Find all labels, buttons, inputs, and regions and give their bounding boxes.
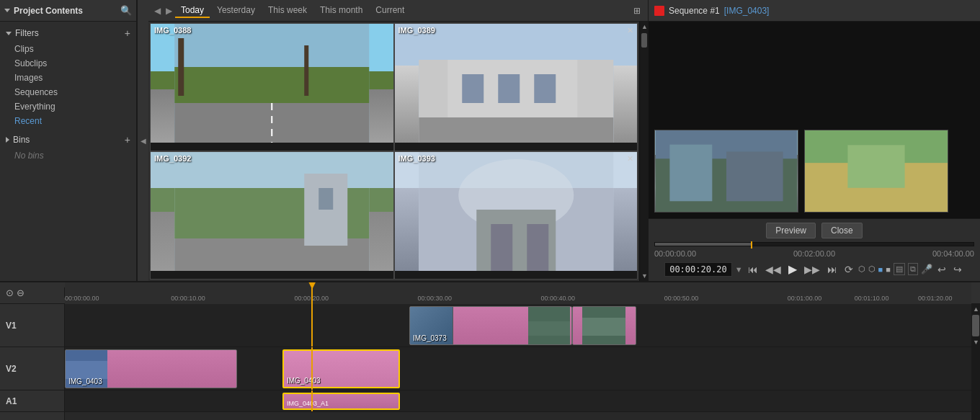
timeline-tool-1[interactable]: ⊙ [6, 287, 14, 298]
step-forward-button[interactable]: ▶▶ [802, 262, 822, 277]
svg-rect-27 [726, 151, 783, 201]
browser-scrollbar[interactable]: ▲ ▼ [639, 22, 648, 281]
clip-v1-small[interactable] [572, 306, 636, 345]
add-filter-button[interactable]: + [125, 27, 130, 39]
svg-rect-17 [318, 188, 333, 210]
filters-label: Filters [15, 28, 39, 38]
thumbnails-grid: IMG_0388 IMG_0389 [148, 22, 639, 281]
collapse-icon [4, 9, 10, 12]
ruler-tick-8: 00:01:20.00 [918, 295, 953, 302]
track-a1-playhead [311, 390, 313, 411]
clip-label-v1-img0373: IMG_0373 [413, 334, 447, 342]
svg-rect-34 [582, 318, 625, 336]
browser-forward-button[interactable]: ▶ [164, 5, 174, 17]
step-back-button[interactable]: ◀◀ [763, 262, 783, 277]
preview-thumbnail-2[interactable] [804, 130, 948, 213]
timecode-bar: 00:00:00.00 00:02:00.00 00:04:00.00 [654, 249, 974, 258]
ruler-tick-7: 00:01:10.00 [855, 295, 889, 302]
tab-today[interactable]: Today [175, 4, 210, 18]
sequence-file: [IMG_0403] [724, 6, 770, 16]
track-v2-playhead [311, 347, 313, 390]
clip-a1-audio[interactable]: IMG_0403_A1 [282, 393, 401, 410]
sequence-name: Sequence #1 [669, 6, 720, 16]
track-v2: IMG_0403 IMG_0403 [65, 347, 971, 390]
svg-rect-36 [66, 361, 107, 379]
browser-back-button[interactable]: ◀ [153, 5, 162, 17]
timeline-scrollbar-v[interactable]: ▲ ▼ [971, 304, 980, 420]
filter-recent[interactable]: Recent [0, 114, 136, 128]
track-a1: IMG_0403_A1 [65, 390, 971, 412]
panel-title: Project Contents [14, 6, 83, 16]
preview-button[interactable]: Preview [766, 223, 816, 238]
clip-label-a1: IMG_0403_A1 [287, 400, 329, 407]
tab-this-month[interactable]: This month [314, 4, 368, 18]
ruler-tick-0: 00:00:00.00 [65, 295, 99, 302]
clip-v2-img0403-1[interactable]: IMG_0403 [65, 349, 237, 388]
bins-expand-icon [6, 137, 9, 143]
clip-v1-img0373[interactable]: IMG_0373 [409, 306, 572, 345]
tracks-content: IMG_0373 [65, 304, 971, 420]
tab-yesterday[interactable]: Yesterday [211, 4, 261, 18]
left-panel-collapse-handle[interactable]: ◀ [137, 0, 148, 281]
redo-button[interactable]: ↪ [951, 262, 964, 277]
thumb-label-0389: IMG_0389 [398, 26, 435, 35]
ruler-tick-5: 00:00:50.00 [664, 295, 699, 302]
timeline-tools: ⊙ ⊖ [0, 287, 65, 298]
project-contents-header: Project Contents [4, 6, 83, 16]
thumb-label-0393: IMG_0393 [398, 154, 435, 163]
filter-images[interactable]: Images [0, 71, 136, 85]
preview-thumbnail-1[interactable] [654, 130, 798, 213]
go-start-button[interactable]: ⏮ [746, 262, 760, 277]
thumbnail-img0392[interactable]: IMG_0392 [150, 151, 394, 280]
svg-rect-30 [847, 145, 904, 187]
filter-sequences[interactable]: Sequences [0, 85, 136, 99]
sequence-indicator [654, 6, 664, 16]
tl-scroll-thumb[interactable] [972, 315, 979, 336]
svg-rect-32 [528, 321, 570, 336]
undo-button[interactable]: ↩ [935, 262, 948, 277]
filter-subclips[interactable]: Subclips [0, 56, 136, 71]
scroll-thumb[interactable] [641, 33, 647, 48]
timecode-end: 00:04:00.00 [932, 249, 974, 258]
clip-v2-img0403-selected[interactable]: IMG_0403 [282, 349, 401, 388]
timeline-tool-2[interactable]: ⊖ [17, 287, 24, 298]
svg-rect-22 [491, 224, 512, 271]
bins-section-header[interactable]: Bins + [0, 131, 136, 148]
grid-view-button[interactable]: ⊞ [631, 4, 643, 17]
tl-scroll-up[interactable]: ▲ [971, 304, 980, 314]
thumb-label-0392: IMG_0392 [154, 154, 191, 163]
go-end-button[interactable]: ⏭ [825, 262, 839, 277]
add-bin-button[interactable]: + [125, 134, 130, 146]
track-v1: IMG_0373 [65, 304, 971, 347]
play-button[interactable]: ▶ [786, 261, 799, 277]
loop-button[interactable]: ⟳ [842, 262, 855, 277]
thumbnail-img0388[interactable]: IMG_0388 [150, 23, 394, 151]
svg-rect-12 [419, 117, 613, 143]
track-labels: V1 V2 A1 [0, 304, 65, 420]
tl-scroll-down[interactable]: ▼ [971, 337, 980, 347]
svg-rect-1 [174, 67, 369, 103]
tab-this-week[interactable]: This week [262, 4, 313, 18]
thumb-close-0393[interactable]: ✕ [627, 154, 633, 164]
timeline-ruler: 00:00:00.00 00:00:10.00 00:00:20.00 00:0… [65, 282, 971, 304]
svg-rect-4 [178, 38, 184, 96]
scroll-up-arrow[interactable]: ▲ [640, 22, 648, 32]
playhead-triangle [308, 282, 316, 290]
filters-section-header[interactable]: Filters + [0, 24, 136, 42]
thumb-close-0389[interactable]: ✕ [627, 26, 633, 35]
clip-label-v2-img0403-2: IMG_0403 [287, 377, 321, 385]
filter-everything[interactable]: Everything [0, 99, 136, 114]
search-icon[interactable]: 🔍 [120, 5, 132, 16]
tab-current[interactable]: Current [370, 4, 410, 18]
track-v1-playhead [311, 304, 313, 347]
clip-label-v2-img0403-1: IMG_0403 [68, 377, 102, 385]
thumbnail-img0393[interactable]: IMG_0393 ✕ [394, 151, 638, 280]
scroll-down-arrow[interactable]: ▼ [640, 271, 648, 281]
thumbnail-img0389[interactable]: IMG_0389 ✕ [394, 23, 638, 151]
ruler-playhead [311, 282, 313, 304]
track-label-v2: V2 [0, 347, 64, 390]
preview-area [649, 22, 980, 218]
svg-rect-11 [534, 74, 556, 103]
filter-clips[interactable]: Clips [0, 42, 136, 56]
close-button[interactable]: Close [821, 223, 863, 238]
